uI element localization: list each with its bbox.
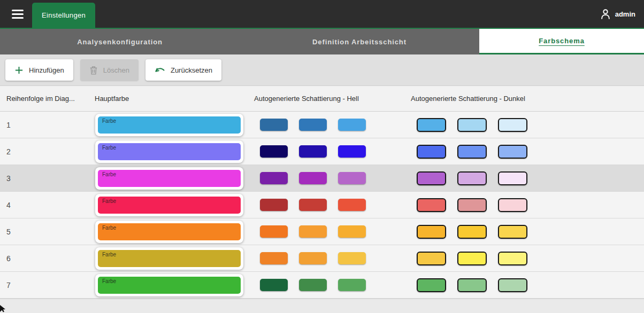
light-shade-group	[249, 252, 405, 264]
table-row[interactable]: 6 Farbe	[0, 245, 644, 272]
header-main-color[interactable]: Hauptfarbe	[89, 95, 249, 103]
main-color-card: Farbe	[95, 167, 243, 190]
dark-shade-group	[405, 171, 644, 185]
light-shade-3	[338, 145, 366, 158]
header-order[interactable]: Reihenfolge im Diag...	[0, 95, 89, 103]
dark-shade-2	[457, 278, 487, 292]
app-tab-label: Einstellungen	[42, 11, 86, 19]
dark-shade-2	[457, 145, 487, 159]
dark-shade-3	[498, 171, 527, 185]
light-shade-group	[249, 119, 405, 131]
delete-button[interactable]: Löschen	[80, 59, 139, 81]
table-row[interactable]: 3 Farbe	[0, 165, 644, 192]
add-button[interactable]: Hinzufügen	[5, 59, 73, 81]
table-row[interactable]: 1 Farbe	[0, 112, 644, 138]
header-light-shades[interactable]: Autogenerierte Schattierung - Hell	[249, 95, 405, 103]
main-color-button[interactable]: Farbe	[98, 223, 241, 240]
dark-shade-2	[457, 171, 487, 185]
row-order-number: 6	[0, 254, 89, 263]
main-color-card: Farbe	[95, 194, 243, 216]
dark-shade-3	[498, 225, 527, 239]
main-color-button[interactable]: Farbe	[98, 250, 241, 267]
row-order-number: 3	[0, 174, 89, 183]
dark-shade-1	[417, 171, 446, 185]
light-shade-group	[249, 199, 405, 211]
light-shade-1	[260, 119, 288, 131]
light-shade-2	[299, 145, 327, 158]
mouse-cursor	[0, 305, 6, 312]
light-shade-2	[299, 119, 327, 131]
light-shade-1	[260, 172, 288, 184]
dark-shade-group	[405, 145, 644, 159]
app-tab-einstellungen[interactable]: Einstellungen	[32, 3, 95, 28]
dark-shade-group	[405, 198, 644, 212]
light-shade-2	[299, 172, 327, 184]
reset-button-label: Zurücksetzen	[171, 66, 212, 74]
light-shade-2	[299, 199, 327, 211]
undo-arrow-icon	[155, 66, 165, 74]
dark-shade-group	[405, 278, 644, 292]
light-shade-2	[299, 252, 327, 264]
light-shade-3	[338, 172, 366, 184]
main-color-button[interactable]: Farbe	[98, 143, 241, 160]
header-dark-shades[interactable]: Autogenerierte Schattierung - Dunkel	[405, 95, 644, 103]
row-order-number: 7	[0, 281, 89, 289]
dark-shade-group	[405, 225, 644, 239]
main-color-card: Farbe	[95, 114, 243, 136]
dark-shade-1	[417, 198, 446, 212]
light-shade-group	[249, 145, 405, 158]
tab-definition-arbeitsschicht[interactable]: Definition Arbeitsschicht	[240, 29, 479, 54]
light-shade-group	[249, 225, 405, 238]
light-shade-1	[260, 145, 288, 158]
trash-icon	[89, 66, 98, 75]
light-shade-3	[338, 252, 366, 264]
footer-strip	[0, 299, 644, 313]
table-row[interactable]: 5 Farbe	[0, 218, 644, 245]
light-shade-3	[338, 119, 366, 131]
dark-shade-2	[457, 252, 487, 265]
tab-farbschema[interactable]: Farbschema	[479, 29, 644, 54]
delete-button-label: Löschen	[103, 66, 129, 74]
row-order-number: 2	[0, 147, 89, 156]
light-shade-group	[249, 172, 405, 184]
hamburger-menu-icon[interactable]	[12, 10, 24, 19]
main-color-button[interactable]: Farbe	[98, 116, 241, 134]
dark-shade-1	[417, 252, 446, 265]
row-order-number: 4	[0, 201, 89, 209]
light-shade-1	[260, 252, 288, 264]
user-area[interactable]: admin	[600, 8, 635, 20]
dark-shade-3	[498, 278, 527, 292]
light-shade-group	[249, 279, 405, 291]
dark-shade-group	[405, 252, 644, 265]
light-shade-3	[338, 199, 366, 211]
dark-shade-2	[457, 225, 487, 239]
row-order-number: 5	[0, 228, 89, 236]
main-color-button[interactable]: Farbe	[98, 277, 241, 294]
main-color-button[interactable]: Farbe	[98, 170, 241, 187]
dark-shade-1	[417, 145, 446, 159]
table-row[interactable]: 2 Farbe	[0, 138, 644, 165]
table-header: Reihenfolge im Diag... Hauptfarbe Autoge…	[0, 86, 644, 112]
reset-button[interactable]: Zurücksetzen	[145, 59, 221, 81]
light-shade-3	[338, 279, 366, 291]
light-shade-1	[260, 199, 288, 211]
main-color-button[interactable]: Farbe	[98, 197, 241, 214]
plus-icon	[14, 66, 24, 75]
dark-shade-2	[457, 118, 487, 132]
dark-shade-3	[498, 198, 527, 212]
light-shade-1	[260, 225, 288, 238]
settings-tab-bar: Analysenkonfiguration Definition Arbeits…	[0, 29, 644, 54]
dark-shade-1	[417, 278, 446, 292]
dark-shade-2	[457, 198, 487, 212]
dark-shade-3	[498, 145, 527, 159]
row-order-number: 1	[0, 121, 89, 129]
color-scheme-table: 1 Farbe 2 Farbe	[0, 112, 644, 299]
main-color-card: Farbe	[95, 247, 243, 270]
dark-shade-1	[417, 118, 446, 132]
table-row[interactable]: 4 Farbe	[0, 192, 644, 218]
tab-analysenkonfiguration[interactable]: Analysenkonfiguration	[0, 29, 240, 54]
main-color-card: Farbe	[95, 140, 243, 163]
table-row[interactable]: 7 Farbe	[0, 272, 644, 299]
light-shade-1	[260, 279, 288, 291]
add-button-label: Hinzufügen	[29, 66, 64, 74]
